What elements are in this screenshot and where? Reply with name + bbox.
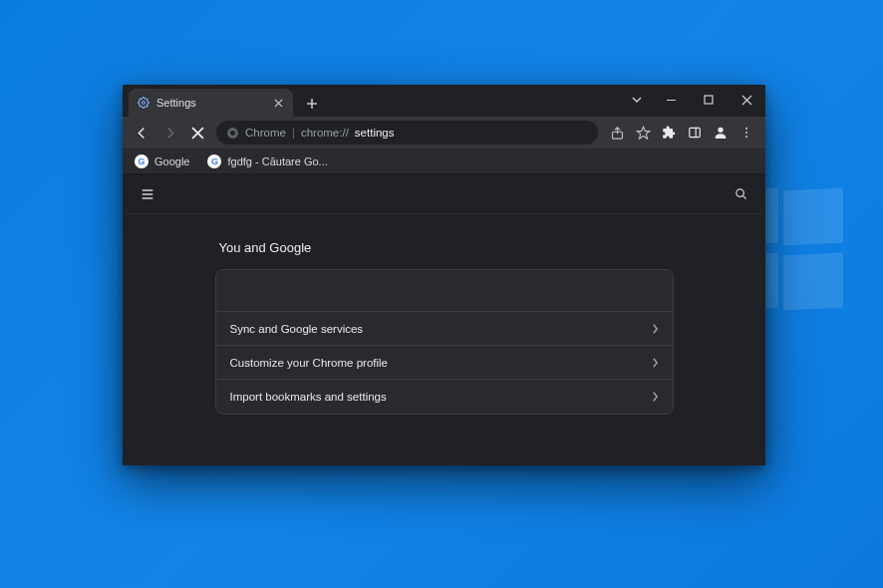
chrome-chip-icon xyxy=(226,127,239,140)
extensions-button[interactable] xyxy=(656,120,682,146)
svg-point-3 xyxy=(230,131,235,136)
chevron-right-icon xyxy=(652,324,659,334)
svg-point-7 xyxy=(745,128,747,130)
row-label: Customize your Chrome profile xyxy=(230,357,389,369)
bookmark-star-button[interactable] xyxy=(630,120,656,146)
window-controls xyxy=(622,85,765,115)
url-main: settings xyxy=(355,127,395,139)
row-customize-profile[interactable]: Customize your Chrome profile xyxy=(216,346,673,380)
section-title: You and Google xyxy=(219,240,674,255)
svg-point-0 xyxy=(143,102,146,105)
bookmark-item-fgdfg[interactable]: G fgdfg - Căutare Go... xyxy=(203,151,331,171)
svg-point-6 xyxy=(718,128,723,133)
chevron-right-icon xyxy=(652,392,659,402)
svg-rect-1 xyxy=(705,96,713,104)
share-button[interactable] xyxy=(604,120,630,146)
settings-card: Sync and Google services Customize your … xyxy=(215,269,674,415)
row-import-bookmarks[interactable]: Import bookmarks and settings xyxy=(216,380,673,414)
url-prefix: chrome:// xyxy=(301,127,349,139)
nav-stop-button[interactable] xyxy=(184,120,210,146)
svg-point-10 xyxy=(736,189,743,197)
bookmarks-bar: G Google G fgdfg - Căutare Go... xyxy=(123,148,765,174)
kebab-menu-button[interactable] xyxy=(734,120,759,146)
settings-page: You and Google Sync and Google services … xyxy=(123,174,765,465)
toolbar: Chrome | chrome://settings xyxy=(123,117,765,148)
nav-forward-button[interactable] xyxy=(156,120,182,146)
bookmark-item-google[interactable]: G Google xyxy=(131,151,193,171)
settings-favicon xyxy=(137,96,150,110)
settings-search-button[interactable] xyxy=(726,179,755,209)
tab-search-button[interactable] xyxy=(622,85,652,115)
close-window-button[interactable] xyxy=(728,85,765,115)
row-label: Sync and Google services xyxy=(230,323,364,335)
site-chip: Chrome xyxy=(226,127,286,140)
omnibox-separator: | xyxy=(292,127,295,139)
settings-body: You and Google Sync and Google services … xyxy=(123,214,765,465)
google-favicon: G xyxy=(207,154,221,168)
side-panel-button[interactable] xyxy=(682,120,708,146)
row-label: Import bookmarks and settings xyxy=(230,391,387,403)
minimize-button[interactable] xyxy=(652,85,690,115)
svg-point-8 xyxy=(745,132,747,134)
settings-header xyxy=(123,174,765,214)
site-chip-label: Chrome xyxy=(245,127,286,139)
omnibox[interactable]: Chrome | chrome://settings xyxy=(216,121,598,145)
tab-title: Settings xyxy=(156,97,196,109)
maximize-button[interactable] xyxy=(690,85,728,115)
nav-back-button[interactable] xyxy=(129,120,154,146)
tab-strip: Settings xyxy=(123,85,765,117)
tab-settings[interactable]: Settings xyxy=(129,89,293,117)
new-tab-button[interactable] xyxy=(299,91,325,117)
tab-close-button[interactable] xyxy=(271,96,285,110)
profile-row-placeholder[interactable] xyxy=(216,270,673,312)
toolbar-right-icons xyxy=(604,120,759,146)
bookmark-label: Google xyxy=(154,155,189,167)
row-sync-services[interactable]: Sync and Google services xyxy=(216,312,673,346)
svg-point-9 xyxy=(745,136,747,138)
bookmark-label: fgdfg - Căutare Go... xyxy=(227,155,327,167)
chrome-window: Settings xyxy=(123,85,765,465)
profile-button[interactable] xyxy=(708,120,734,146)
svg-rect-5 xyxy=(690,128,701,137)
chevron-right-icon xyxy=(652,358,659,368)
hamburger-menu-button[interactable] xyxy=(133,179,162,209)
google-favicon: G xyxy=(135,154,148,168)
